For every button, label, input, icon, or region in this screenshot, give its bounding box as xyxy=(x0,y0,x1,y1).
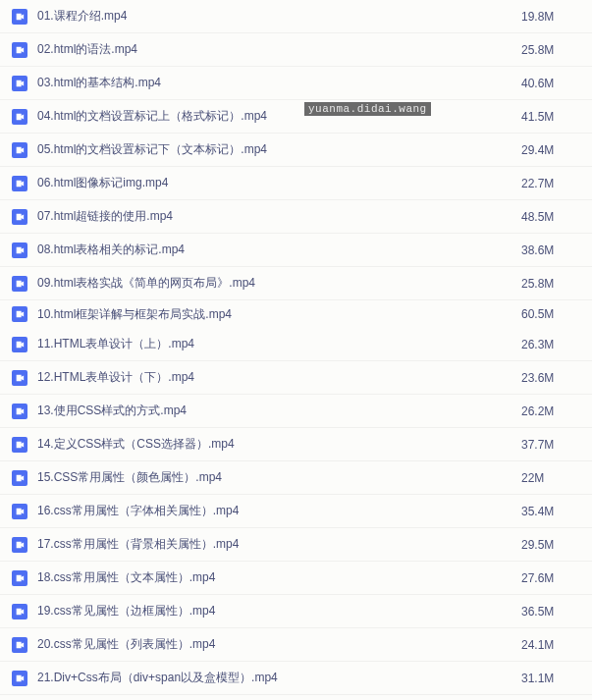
file-size-label: 27.6M xyxy=(521,571,580,585)
file-name-label: 14.定义CSS样式（CSS选择器）.mp4 xyxy=(37,436,521,453)
file-size-label: 29.4M xyxy=(521,143,580,157)
file-row[interactable]: 08.html表格相关的标记.mp438.6M xyxy=(0,234,592,267)
video-file-icon xyxy=(12,176,27,191)
file-name-label: 06.html图像标记img.mp4 xyxy=(37,175,521,191)
video-file-icon xyxy=(12,42,27,58)
file-row[interactable]: 14.定义CSS样式（CSS选择器）.mp437.7M xyxy=(0,428,592,461)
video-file-icon xyxy=(12,570,27,586)
file-name-label: 21.Div+Css布局（div+span以及盒模型）.mp4 xyxy=(37,670,521,686)
file-size-label: 40.6M xyxy=(521,77,580,90)
file-row[interactable]: 21.Div+Css布局（div+span以及盒模型）.mp431.1M xyxy=(0,662,592,695)
file-name-label: 12.HTML表单设计（下）.mp4 xyxy=(37,369,521,386)
file-size-label: 25.8M xyxy=(521,43,580,57)
video-file-icon xyxy=(12,470,27,486)
file-size-label: 35.4M xyxy=(521,505,580,518)
file-row[interactable]: 01.课程介绍.mp419.8M xyxy=(0,0,592,33)
file-size-label: 25.8M xyxy=(521,277,580,291)
file-size-label: 38.6M xyxy=(521,243,580,257)
video-file-icon xyxy=(12,306,27,322)
video-file-icon xyxy=(12,109,27,125)
file-row[interactable]: 11.HTML表单设计（上）.mp426.3M xyxy=(0,328,592,361)
video-file-icon xyxy=(12,537,27,553)
file-size-label: 29.5M xyxy=(521,538,580,552)
file-size-label: 37.7M xyxy=(521,438,580,452)
file-row[interactable]: 02.html的语法.mp425.8M xyxy=(0,33,592,67)
file-size-label: 48.5M xyxy=(521,210,580,224)
file-name-label: 04.html的文档设置标记上（格式标记）.mp4 xyxy=(37,108,521,125)
video-file-icon xyxy=(12,209,27,225)
file-row[interactable]: 19.css常见属性（边框属性）.mp436.5M xyxy=(0,595,592,628)
file-name-label: 16.css常用属性（字体相关属性）.mp4 xyxy=(37,503,521,519)
file-name-label: 19.css常见属性（边框属性）.mp4 xyxy=(37,603,521,619)
file-name-label: 09.html表格实战《简单的网页布局》.mp4 xyxy=(37,275,521,292)
video-file-icon xyxy=(12,142,27,158)
file-size-label: 36.5M xyxy=(521,605,580,619)
file-size-label: 31.1M xyxy=(521,672,580,685)
file-name-label: 13.使用CSS样式的方式.mp4 xyxy=(37,403,521,419)
file-name-label: 05.html的文档设置标记下（文本标记）.mp4 xyxy=(37,141,521,158)
file-name-label: 18.css常用属性（文本属性）.mp4 xyxy=(37,569,521,586)
file-name-label: 15.CSS常用属性（颜色属性）.mp4 xyxy=(37,469,521,486)
file-row[interactable]: 12.HTML表单设计（下）.mp423.6M xyxy=(0,361,592,395)
video-file-icon xyxy=(12,637,27,653)
file-name-label: 03.html的基本结构.mp4 xyxy=(37,75,521,91)
watermark-label: yuanma.didai.wang xyxy=(304,102,431,116)
file-name-label: 01.课程介绍.mp4 xyxy=(37,8,521,25)
file-size-label: 26.2M xyxy=(521,404,580,418)
file-row[interactable]: 17.css常用属性（背景相关属性）.mp429.5M xyxy=(0,528,592,562)
file-row[interactable]: 20.css常见属性（列表属性）.mp424.1M xyxy=(0,628,592,662)
file-size-label: 60.5M xyxy=(521,307,580,321)
video-file-icon xyxy=(12,76,27,91)
file-row[interactable]: 06.html图像标记img.mp422.7M xyxy=(0,167,592,200)
video-file-icon xyxy=(12,276,27,292)
file-row[interactable]: 16.css常用属性（字体相关属性）.mp435.4M xyxy=(0,495,592,528)
file-size-label: 26.3M xyxy=(521,338,580,351)
video-file-icon xyxy=(12,337,27,352)
file-row[interactable]: 18.css常用属性（文本属性）.mp427.6M xyxy=(0,562,592,595)
file-size-label: 22M xyxy=(521,471,580,485)
file-row[interactable]: 07.html超链接的使用.mp448.5M xyxy=(0,200,592,234)
video-file-icon xyxy=(12,370,27,386)
file-name-label: 07.html超链接的使用.mp4 xyxy=(37,208,521,225)
file-size-label: 19.8M xyxy=(521,10,580,24)
file-name-label: 20.css常见属性（列表属性）.mp4 xyxy=(37,636,521,653)
file-row[interactable]: 13.使用CSS样式的方式.mp426.2M xyxy=(0,395,592,428)
file-name-label: 08.html表格相关的标记.mp4 xyxy=(37,242,521,258)
file-name-label: 11.HTML表单设计（上）.mp4 xyxy=(37,336,521,352)
file-name-label: 02.html的语法.mp4 xyxy=(37,41,521,58)
file-size-label: 23.6M xyxy=(521,371,580,385)
file-name-label: 10.html框架详解与框架布局实战.mp4 xyxy=(37,306,521,323)
video-file-icon xyxy=(12,671,27,686)
file-size-label: 24.1M xyxy=(521,638,580,652)
file-size-label: 22.7M xyxy=(521,177,580,190)
file-row[interactable]: 05.html的文档设置标记下（文本标记）.mp429.4M xyxy=(0,134,592,167)
file-list: 01.课程介绍.mp419.8M02.html的语法.mp425.8M03.ht… xyxy=(0,0,592,695)
file-row[interactable]: 09.html表格实战《简单的网页布局》.mp425.8M xyxy=(0,267,592,300)
file-name-label: 17.css常用属性（背景相关属性）.mp4 xyxy=(37,536,521,553)
video-file-icon xyxy=(12,437,27,453)
video-file-icon xyxy=(12,404,27,419)
file-row[interactable]: 15.CSS常用属性（颜色属性）.mp422M xyxy=(0,461,592,495)
video-file-icon xyxy=(12,504,27,519)
video-file-icon xyxy=(12,242,27,258)
video-file-icon xyxy=(12,604,27,619)
file-row[interactable]: 04.html的文档设置标记上（格式标记）.mp441.5M xyxy=(0,100,592,134)
file-size-label: 41.5M xyxy=(521,110,580,124)
video-file-icon xyxy=(12,9,27,25)
file-row[interactable]: 10.html框架详解与框架布局实战.mp460.5M xyxy=(0,300,592,328)
file-row[interactable]: 03.html的基本结构.mp440.6M xyxy=(0,67,592,100)
